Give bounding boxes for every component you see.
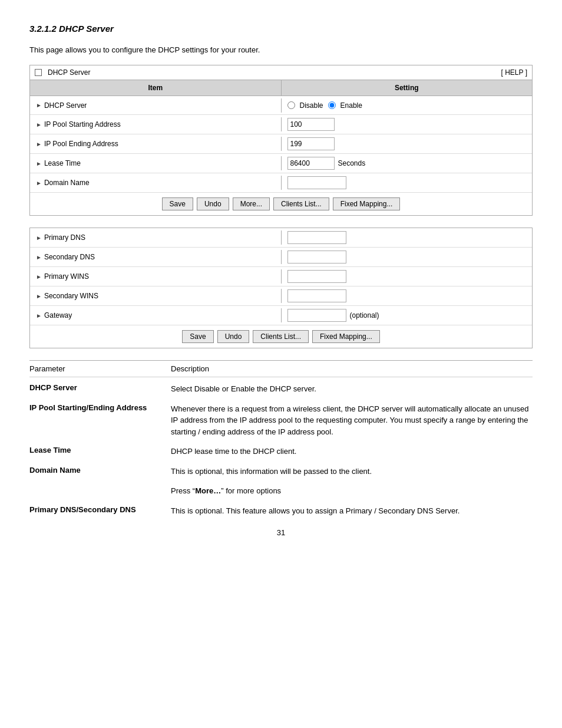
desc-row-dns: Primary DNS/Secondary DNS This is option…: [29, 505, 533, 517]
setting-secondary-dns: [282, 248, 533, 266]
desc-param-dhcp: DHCP Server: [29, 383, 171, 392]
undo-button-2[interactable]: Undo: [217, 330, 250, 343]
item-primary-dns: ► Primary DNS: [30, 230, 282, 245]
item-secondary-wins: ► Secondary WINS: [30, 289, 282, 303]
setting-lease-time: Seconds: [282, 154, 533, 173]
desc-text-dns: This is optional. This feature allows yo…: [171, 505, 533, 517]
page-number: 31: [29, 528, 533, 537]
desc-text-dhcp: Select Disable or Enable the DHCP server…: [171, 383, 533, 395]
box1-title: DHCP Server: [48, 68, 90, 77]
arrow-icon: ►: [36, 180, 42, 186]
desc-param-domain: Domain Name: [29, 466, 171, 475]
setting-primary-dns: [282, 228, 533, 247]
row-domain-name: ► Domain Name: [30, 173, 532, 193]
arrow-icon: ►: [36, 102, 42, 108]
dhcp-config-box-2: ► Primary DNS ► Secondary DNS ► Primary …: [29, 228, 533, 348]
item-primary-wins: ► Primary WINS: [30, 269, 282, 284]
row-secondary-dns: ► Secondary DNS: [30, 248, 532, 267]
desc-param-dns: Primary DNS/Secondary DNS: [29, 505, 171, 514]
box2-button-row: Save Undo Clients List... Fixed Mapping.…: [30, 325, 532, 348]
desc-text-more: Press “More…” for more options: [171, 485, 533, 497]
setting-ip-pool-end: [282, 134, 533, 153]
row-secondary-wins: ► Secondary WINS: [30, 286, 532, 306]
box1-header: DHCP Server [ HELP ]: [30, 65, 532, 80]
ip-pool-start-input[interactable]: [287, 118, 335, 131]
lease-time-input[interactable]: [287, 157, 335, 170]
undo-button-1[interactable]: Undo: [197, 197, 229, 210]
row-dhcp-server: ► DHCP Server Disable Enable: [30, 96, 532, 115]
box1-checkbox-icon: [35, 69, 42, 76]
item-dhcp-server: ► DHCP Server: [30, 98, 282, 113]
clients-list-button-2[interactable]: Clients List...: [253, 330, 309, 343]
desc-col2-header: Description: [171, 364, 533, 373]
item-ip-pool-end: ► IP Pool Ending Address: [30, 137, 282, 151]
section-title: 3.2.1.2 DHCP Server: [29, 24, 533, 34]
setting-gateway: (optional): [282, 306, 533, 325]
arrow-icon: ►: [36, 274, 42, 280]
row-primary-dns: ► Primary DNS: [30, 228, 532, 248]
arrow-icon: ►: [36, 312, 42, 319]
desc-row-dhcp: DHCP Server Select Disable or Enable the…: [29, 383, 533, 395]
col-item-header: Item: [30, 80, 282, 95]
description-table: Parameter Description DHCP Server Select…: [29, 360, 533, 516]
primary-dns-input[interactable]: [287, 231, 346, 244]
desc-text-pool: Whenever there is a request from a wirel…: [171, 403, 533, 438]
setting-ip-pool-start: [282, 115, 533, 134]
desc-row-more: Press “More…” for more options: [29, 485, 533, 497]
setting-secondary-wins: [282, 286, 533, 305]
clients-list-button-1[interactable]: Clients List...: [273, 197, 329, 210]
arrow-icon: ►: [36, 293, 42, 299]
setting-domain-name: [282, 173, 533, 192]
more-button[interactable]: More...: [233, 197, 270, 210]
desc-param-lease: Lease Time: [29, 446, 171, 454]
item-domain-name: ► Domain Name: [30, 176, 282, 190]
arrow-icon: ►: [36, 121, 42, 128]
arrow-icon: ►: [36, 254, 42, 261]
ip-pool-end-input[interactable]: [287, 137, 335, 150]
save-button-2[interactable]: Save: [182, 330, 213, 343]
arrow-icon: ►: [36, 141, 42, 147]
setting-dhcp-server: Disable Enable: [282, 98, 533, 113]
radio-disable[interactable]: [287, 101, 295, 109]
row-primary-wins: ► Primary WINS: [30, 267, 532, 286]
help-link[interactable]: [ HELP ]: [501, 68, 527, 77]
desc-param-pool: IP Pool Starting/Ending Address: [29, 403, 171, 412]
radio-enable[interactable]: [328, 101, 336, 109]
domain-name-input[interactable]: [287, 176, 346, 189]
gateway-input[interactable]: [287, 309, 346, 322]
item-gateway: ► Gateway: [30, 308, 282, 322]
fixed-mapping-button-1[interactable]: Fixed Mapping...: [333, 197, 401, 210]
dhcp-radio-group: Disable Enable: [287, 101, 362, 110]
desc-header: Parameter Description: [29, 361, 533, 377]
table-header-1: Item Setting: [30, 80, 532, 96]
desc-text-lease: DHCP lease time to the DHCP client.: [171, 446, 533, 457]
intro-text: This page allows you to configure the DH…: [29, 45, 533, 54]
dhcp-config-box-1: DHCP Server [ HELP ] Item Setting ► DHCP…: [29, 65, 533, 216]
row-ip-pool-start: ► IP Pool Starting Address: [30, 115, 532, 134]
arrow-icon: ►: [36, 160, 42, 167]
row-gateway: ► Gateway (optional): [30, 306, 532, 325]
desc-row-lease: Lease Time DHCP lease time to the DHCP c…: [29, 446, 533, 457]
row-ip-pool-end: ► IP Pool Ending Address: [30, 134, 532, 154]
fixed-mapping-button-2[interactable]: Fixed Mapping...: [312, 330, 380, 343]
item-ip-pool-start: ► IP Pool Starting Address: [30, 117, 282, 131]
setting-primary-wins: [282, 267, 533, 286]
box1-button-row: Save Undo More... Clients List... Fixed …: [30, 193, 532, 215]
primary-wins-input[interactable]: [287, 270, 346, 283]
item-secondary-dns: ► Secondary DNS: [30, 250, 282, 264]
secondary-dns-input[interactable]: [287, 251, 346, 263]
desc-row-pool: IP Pool Starting/Ending Address Whenever…: [29, 403, 533, 438]
item-lease-time: ► Lease Time: [30, 156, 282, 170]
desc-text-domain: This is optional, this information will …: [171, 466, 533, 477]
arrow-icon: ►: [36, 235, 42, 241]
save-button-1[interactable]: Save: [162, 197, 193, 210]
col-setting-header: Setting: [282, 80, 533, 95]
desc-col1-header: Parameter: [29, 364, 171, 373]
secondary-wins-input[interactable]: [287, 289, 346, 302]
row-lease-time: ► Lease Time Seconds: [30, 154, 532, 173]
desc-row-domain: Domain Name This is optional, this infor…: [29, 466, 533, 477]
